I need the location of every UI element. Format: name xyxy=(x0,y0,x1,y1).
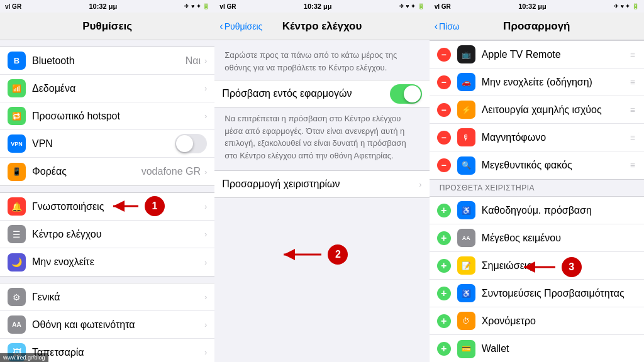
carrier-icon: 📱 xyxy=(8,163,26,181)
drag-handle[interactable]: ≡ xyxy=(630,105,636,115)
back-chevron-2: ‹ xyxy=(219,21,223,32)
extra-item-wallet[interactable]: + 💳 Wallet xyxy=(430,335,644,362)
included-item-magnifier[interactable]: − 🔍 Μεγεθυντικός φακός ≡ xyxy=(430,151,644,179)
back-chevron-3: ‹ xyxy=(435,21,438,32)
lowpower-label: Λειτουργία χαμηλής ισχύος xyxy=(482,104,630,116)
arrow-3-svg xyxy=(518,257,562,277)
vpn-toggle[interactable] xyxy=(175,134,207,153)
included-list: − 📺 Apple TV Remote ≡ − 🚗 Μην ενοχλείτε … xyxy=(430,40,644,180)
remove-appletv-btn[interactable]: − xyxy=(437,48,451,62)
extra-item-textsize[interactable]: + AA Μέγεθος κειμένου xyxy=(430,224,644,252)
carrier-label: Φορέας xyxy=(32,166,142,177)
sub-description-2: Να επιτρέπεται η πρόσβαση στο Κέντρο ελέ… xyxy=(214,107,429,170)
drag-handle[interactable]: ≡ xyxy=(630,160,636,170)
magnifier-icon: 🔍 xyxy=(457,156,475,175)
settings-item-carrier[interactable]: 📱 Φορέας vodafone GR › xyxy=(0,158,214,185)
included-item-recorder[interactable]: − 🎙 Μαγνητόφωνο ≡ xyxy=(430,124,644,151)
remove-lowpower-btn[interactable]: − xyxy=(437,103,451,117)
recorder-label: Μαγνητόφωνο xyxy=(482,132,630,143)
dnd-icon: 🌙 xyxy=(8,253,26,272)
settings-item-bluetooth[interactable]: B Bluetooth Ναι › xyxy=(0,47,214,75)
control-center-label: Κέντρο ελέγχου xyxy=(32,229,204,240)
included-item-appletv[interactable]: − 📺 Apple TV Remote ≡ xyxy=(430,41,644,69)
chevron-icon: › xyxy=(204,348,207,357)
general-icon: ⚙ xyxy=(8,288,26,306)
stopwatch-label: Χρονόμετρο xyxy=(482,315,636,327)
back-label-3: Πίσω xyxy=(439,21,460,31)
appletv-icon: 📺 xyxy=(457,45,475,63)
status-bar-3: vl GR 10:32 μμ ✈ ♥ ✦ 🔋 xyxy=(430,0,644,13)
data-icon: 📶 xyxy=(8,79,26,97)
magnifier-label: Μεγεθυντικός φακός xyxy=(482,160,630,171)
remove-magnifier-btn[interactable]: − xyxy=(437,158,451,172)
settings-item-general[interactable]: ⚙ Γενικά › xyxy=(0,283,214,311)
back-button-3[interactable]: ‹ Πίσω xyxy=(435,21,460,32)
data-label: Δεδομένα xyxy=(32,83,204,94)
badge-1: 1 xyxy=(145,196,165,216)
settings-item-display[interactable]: AA Οθόνη και φωτεινότητα › xyxy=(0,311,214,339)
add-guided-btn[interactable]: + xyxy=(437,204,451,217)
icons-1: ✈ ♥ ✦ 🔋 xyxy=(184,3,209,9)
remove-recorder-btn[interactable]: − xyxy=(437,131,451,145)
add-stopwatch-btn[interactable]: + xyxy=(437,314,451,328)
drag-handle[interactable]: ≡ xyxy=(630,50,636,60)
wallet-icon: 💳 xyxy=(457,340,475,358)
toggle-row: Πρόσβαση εντός εφαρμογών xyxy=(214,80,429,107)
recorder-icon: 🎙 xyxy=(457,128,475,146)
extra-section-header: ΠΡΟΣΘΕΤΑ ΧΕΙΡΙΣΤΗΡΙΑ xyxy=(430,180,644,196)
lowpower-icon: ⚡ xyxy=(457,101,475,119)
remove-dnd-btn[interactable]: − xyxy=(437,75,451,89)
extra-item-accessibility[interactable]: + ♿ Συντομεύσεις Προσβασιμότητας xyxy=(430,280,644,307)
status-bar-1: vl GR 10:32 μμ ✈ ♥ ✦ 🔋 xyxy=(0,0,214,13)
description-2: Σαρώστε προς τα πάνω από το κάτω μέρος τ… xyxy=(214,40,429,80)
settings-section-1: B Bluetooth Ναι › 📶 Δεδομένα › 🔁 Προσωπι… xyxy=(0,47,214,186)
carrier-value: vodafone GR xyxy=(142,166,201,177)
settings-item-vpn[interactable]: VPN VPN xyxy=(0,130,214,158)
in-app-toggle[interactable] xyxy=(390,84,422,104)
icons-2: ✈ ♥ ✦ 🔋 xyxy=(399,3,425,9)
carrier-2: vl GR xyxy=(219,3,236,10)
panel-control-center: vl GR 10:32 μμ ✈ ♥ ✦ 🔋 ‹ Ρυθμίσεις Κέντρ… xyxy=(214,0,429,362)
settings-item-data[interactable]: 📶 Δεδομένα › xyxy=(0,75,214,102)
carrier-1: vl GR xyxy=(5,3,21,10)
wallpaper-label: Ταπετσαρία xyxy=(32,347,204,358)
wallet-label: Wallet xyxy=(482,343,636,354)
add-textsize-btn[interactable]: + xyxy=(437,231,451,245)
add-notes-btn[interactable]: + xyxy=(437,259,451,273)
status-bar-2: vl GR 10:32 μμ ✈ ♥ ✦ 🔋 xyxy=(214,0,429,13)
bluetooth-label: Bluetooth xyxy=(32,55,186,67)
drag-handle[interactable]: ≡ xyxy=(630,133,636,143)
add-wallet-btn[interactable]: + xyxy=(437,342,451,356)
settings-item-control-center[interactable]: ☰ Κέντρο ελέγχου › xyxy=(0,221,214,248)
icons-3: ✈ ♥ ✦ 🔋 xyxy=(614,3,639,9)
back-button-2[interactable]: ‹ Ρυθμίσεις xyxy=(219,21,262,32)
settings-list-3: − 📺 Apple TV Remote ≡ − 🚗 Μην ενοχλείτε … xyxy=(430,40,644,362)
customize-row[interactable]: Προσαρμογή χειριστηρίων › xyxy=(214,170,429,198)
general-label: Γενικά xyxy=(32,292,204,303)
nav-bar-3: ‹ Πίσω Προσαρμογή xyxy=(430,13,644,40)
panel-customize: vl GR 10:32 μμ ✈ ♥ ✦ 🔋 ‹ Πίσω Προσαρμογή… xyxy=(430,0,644,362)
panel-settings: vl GR 10:32 μμ ✈ ♥ ✦ 🔋 Ρυθμίσεις B Bluet… xyxy=(0,0,214,362)
included-item-lowpower[interactable]: − ⚡ Λειτουργία χαμηλής ισχύος ≡ xyxy=(430,96,644,124)
nav-title-1: Ρυθμίσεις xyxy=(82,20,132,33)
bluetooth-icon: B xyxy=(8,52,26,70)
extra-item-guided[interactable]: + ♿ Καθοδηγούμ. πρόσβαση xyxy=(430,197,644,224)
control-center-icon: ☰ xyxy=(8,225,26,243)
add-accessibility-btn[interactable]: + xyxy=(437,287,451,300)
chevron-icon: › xyxy=(204,229,207,239)
extra-item-stopwatch[interactable]: + ⏱ Χρονόμετρο xyxy=(430,307,644,335)
annotation-2-container: 2 xyxy=(277,244,348,265)
badge-2: 2 xyxy=(328,244,348,265)
drag-handle[interactable]: ≡ xyxy=(630,77,636,87)
customize-label: Προσαρμογή χειριστηρίων xyxy=(222,178,419,190)
settings-item-hotspot[interactable]: 🔁 Προσωπικό hotspot › xyxy=(0,102,214,130)
nav-bar-1: Ρυθμίσεις xyxy=(0,13,214,40)
badge-3: 3 xyxy=(562,257,582,277)
accessibility-label: Συντομεύσεις Προσβασιμότητας xyxy=(482,288,636,299)
settings-item-dnd[interactable]: 🌙 Μην ενοχλείτε › xyxy=(0,248,214,276)
included-item-dnd[interactable]: − 🚗 Μην ενοχλείτε (οδήγηση) ≡ xyxy=(430,69,644,96)
chevron-icon: › xyxy=(204,167,207,177)
chevron-icon: › xyxy=(204,258,207,267)
arrow-1-svg xyxy=(107,196,145,216)
bluetooth-value: Ναι xyxy=(186,55,201,67)
